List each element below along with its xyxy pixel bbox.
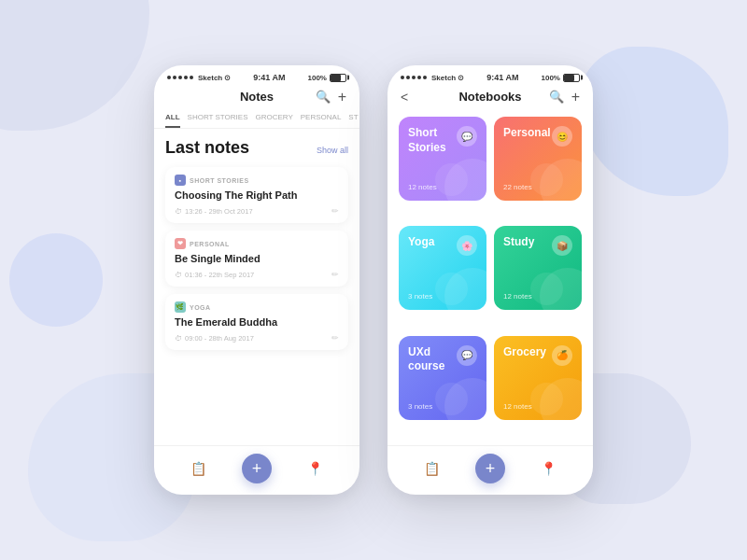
status-time-1: 9:41 AM: [253, 73, 285, 82]
note-title-3: The Emerald Buddha: [175, 316, 339, 328]
notebook-name-5: UXd course: [408, 345, 457, 374]
category-icon-1: ▪: [175, 175, 186, 186]
wifi-icon-2: ⊙: [458, 74, 464, 82]
notebook-uxd[interactable]: UXd course 💬 3 notes: [399, 336, 486, 420]
notebook-icon-2: 😊: [552, 126, 572, 147]
note-time-1: 13:26 - 29th Oct 2017: [175, 207, 253, 216]
dot5: [190, 76, 193, 79]
tab-notes-icon-2[interactable]: 📋: [424, 461, 440, 476]
phone-notes: Sketch ⊙ 9:41 AM 100% Notes 🔍 + ALL SHOR…: [154, 65, 359, 495]
note-title-2: Be Single Minded: [175, 253, 339, 264]
notebook-yoga[interactable]: Yoga 🌸 3 notes: [399, 226, 486, 310]
note-card-3[interactable]: 🌿 YOGA The Emerald Buddha 09:00 - 28th A…: [165, 294, 348, 350]
notebook-short-stories[interactable]: Short Stories 💬 12 notes: [399, 117, 486, 201]
bottom-tabs-1: 📋 + 📍: [154, 445, 359, 495]
status-right-1: 100%: [308, 74, 346, 82]
header-icons-1: 🔍 +: [316, 89, 346, 105]
note-edit-2[interactable]: ✏: [331, 270, 339, 279]
add-icon-1[interactable]: +: [338, 89, 346, 105]
notebook-personal[interactable]: Personal 😊 22 notes: [494, 117, 582, 201]
note-footer-1: 13:26 - 29th Oct 2017 ✏: [175, 206, 339, 216]
dot3-2: [412, 76, 416, 79]
notebook-grocery[interactable]: Grocery 🍊 12 notes: [494, 336, 582, 420]
phones-container: Sketch ⊙ 9:41 AM 100% Notes 🔍 + ALL SHOR…: [0, 0, 747, 560]
search-icon-2[interactable]: 🔍: [549, 90, 564, 104]
note-edit-1[interactable]: ✏: [331, 206, 339, 216]
app-header-1: Notes 🔍 +: [154, 86, 359, 109]
notebook-header-3: Yoga 🌸: [408, 235, 477, 256]
filter-personal[interactable]: PERSONAL: [301, 109, 342, 128]
note-edit-3[interactable]: ✏: [331, 333, 339, 343]
tab-location-icon-1[interactable]: 📍: [307, 461, 323, 476]
bottom-tabs-2: 📋 + 📍: [388, 445, 593, 495]
notebook-icon-4: 📦: [552, 235, 572, 256]
filter-short-stories[interactable]: SHORT STORIES: [188, 109, 248, 128]
notebook-icon-5: 💬: [457, 345, 477, 366]
back-button[interactable]: <: [401, 90, 408, 105]
status-bar-2: Sketch ⊙ 9:41 AM 100%: [388, 65, 593, 86]
notebook-header-4: Study 📦: [503, 235, 572, 256]
notebook-icon-6: 🍊: [552, 345, 572, 366]
add-icon-2[interactable]: +: [571, 89, 580, 105]
phone-notebooks: Sketch ⊙ 9:41 AM 100% < Notebooks 🔍 + Sh…: [388, 65, 593, 495]
note-category-1: ▪ SHORT STORIES: [175, 175, 339, 186]
note-card-1[interactable]: ▪ SHORT STORIES Choosing The Right Path …: [165, 167, 348, 223]
filter-grocery[interactable]: GROCERY: [255, 109, 292, 128]
notebook-header-2: Personal 😊: [503, 126, 572, 147]
notebook-name-4: Study: [503, 235, 534, 250]
note-category-3: 🌿 YOGA: [175, 301, 339, 313]
filter-all[interactable]: ALL: [165, 109, 180, 128]
note-footer-3: 09:00 - 28th Aug 2017 ✏: [175, 333, 339, 343]
category-icon-2: ❤: [175, 238, 186, 249]
battery-icon-1: [330, 74, 346, 82]
page-title-2: Notebooks: [458, 90, 521, 104]
notebook-header-6: Grocery 🍊: [503, 345, 572, 366]
app-header-2: < Notebooks 🔍 +: [388, 86, 593, 109]
notebook-name-1: Short Stories: [408, 126, 457, 155]
search-icon-1[interactable]: 🔍: [316, 90, 331, 104]
status-bar-1: Sketch ⊙ 9:41 AM 100%: [154, 65, 359, 86]
tab-add-button-2[interactable]: +: [475, 454, 505, 483]
notebook-name-6: Grocery: [503, 345, 546, 360]
dot1: [167, 76, 171, 79]
signal-dots-2: [401, 76, 427, 79]
battery-icon-2: [563, 74, 580, 82]
header-icons-2: 🔍 +: [549, 89, 580, 105]
carrier-name-2: Sketch: [431, 74, 456, 82]
notebook-study[interactable]: Study 📦 12 notes: [494, 226, 582, 310]
section-header: Last notes Show all: [165, 138, 348, 158]
battery-percent-2: 100%: [542, 74, 560, 82]
notebook-icon-1: 💬: [457, 126, 477, 147]
notebook-icon-3: 🌸: [457, 235, 477, 256]
tab-add-button-1[interactable]: +: [242, 454, 272, 483]
dot5-2: [423, 76, 427, 79]
notebook-header-1: Short Stories 💬: [408, 126, 477, 155]
status-time-2: 9:41 AM: [486, 73, 518, 82]
dot4: [184, 76, 188, 79]
note-card-2[interactable]: ❤ PERSONAL Be Single Minded 01:36 - 22th…: [165, 231, 348, 287]
filter-st[interactable]: ST: [348, 109, 358, 128]
note-footer-2: 01:36 - 22th Sep 2017 ✏: [175, 270, 339, 279]
battery-percent-1: 100%: [308, 74, 327, 82]
status-right-2: 100%: [542, 74, 580, 82]
dot4-2: [417, 76, 421, 79]
notebook-name-3: Yoga: [408, 235, 434, 250]
note-time-3: 09:00 - 28th Aug 2017: [175, 334, 254, 343]
dot1-2: [401, 76, 404, 79]
category-icon-3: 🌿: [175, 301, 186, 313]
note-category-2: ❤ PERSONAL: [175, 238, 339, 249]
show-all-button[interactable]: Show all: [317, 146, 348, 155]
page-title-1: Notes: [240, 90, 274, 104]
notebook-name-2: Personal: [503, 126, 551, 141]
dot2: [173, 76, 176, 79]
tab-location-icon-2[interactable]: 📍: [541, 461, 557, 476]
note-time-2: 01:36 - 22th Sep 2017: [175, 271, 254, 279]
tab-notes-icon-1[interactable]: 📋: [190, 461, 206, 476]
dot3: [178, 76, 182, 79]
carrier-name-1: Sketch: [198, 74, 222, 82]
section-title: Last notes: [165, 138, 249, 158]
signal-dots-1: [167, 76, 193, 79]
notebook-header-5: UXd course 💬: [408, 345, 477, 374]
notes-content: Last notes Show all ▪ SHORT STORIES Choo…: [154, 129, 359, 445]
filter-tabs-1: ALL SHORT STORIES GROCERY PERSONAL ST: [154, 109, 359, 129]
